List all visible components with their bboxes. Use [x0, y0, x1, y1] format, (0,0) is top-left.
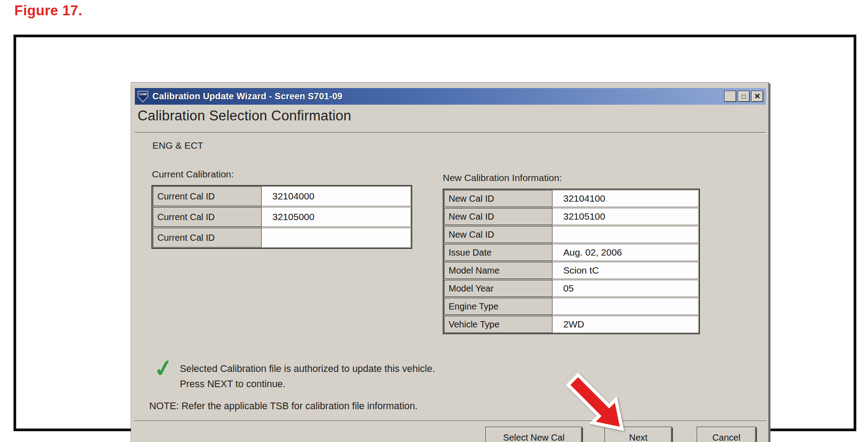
- authorization-line2: Press NEXT to continue.: [180, 376, 435, 392]
- row-label: Vehicle Type: [444, 316, 552, 333]
- table-row: Current Cal ID: [153, 228, 411, 248]
- table-row: Current Cal ID 32104000: [153, 186, 411, 206]
- cancel-button[interactable]: Cancel: [697, 427, 756, 442]
- figure-border: CUW Calibration Update Wizard - Screen S…: [13, 35, 856, 431]
- calibration-update-wizard-window: CUW Calibration Update Wizard - Screen S…: [131, 82, 769, 442]
- system-label: ENG & ECT: [152, 140, 203, 151]
- check-icon: ✓: [152, 355, 175, 381]
- row-value: [552, 298, 699, 315]
- maximize-button[interactable]: □: [738, 91, 750, 102]
- close-button[interactable]: ✕: [751, 91, 763, 102]
- footer-divider: [134, 420, 767, 422]
- authorization-message: Selected Calibration file is authorized …: [180, 361, 435, 392]
- new-calibration-label: New Calibration Information:: [443, 172, 562, 183]
- heading-divider: [135, 132, 766, 133]
- table-row: Engine Type: [444, 298, 699, 315]
- table-row: New Cal ID 32104100: [444, 190, 699, 207]
- table-row: Issue Date Aug. 02, 2006: [444, 244, 699, 261]
- row-label: Engine Type: [444, 298, 552, 315]
- row-value: 32105100: [552, 208, 699, 225]
- window-controls: _ □ ✕: [724, 91, 763, 102]
- table-row: New Cal ID 32105100: [444, 208, 699, 225]
- row-value: 2WD: [552, 316, 699, 333]
- row-label: Model Year: [444, 280, 552, 297]
- row-value: 05: [552, 280, 699, 297]
- table-row: Model Name Scion tC: [444, 262, 699, 279]
- table-row: Current Cal ID 32105000: [153, 207, 411, 227]
- row-label: New Cal ID: [444, 208, 552, 225]
- row-value: 32104100: [552, 190, 699, 207]
- authorization-line1: Selected Calibration file is authorized …: [180, 361, 435, 376]
- row-label: Issue Date: [444, 244, 552, 261]
- page-title: Calibration Selection Confirmation: [138, 108, 351, 124]
- row-label: Current Cal ID: [153, 186, 262, 206]
- figure-caption: Figure 17.: [14, 3, 82, 19]
- row-value: Scion tC: [552, 262, 699, 279]
- table-row: Vehicle Type 2WD: [444, 316, 699, 333]
- table-row: New Cal ID: [444, 226, 699, 243]
- row-value: 32104000: [262, 186, 411, 206]
- row-label: New Cal ID: [444, 190, 552, 207]
- window-title: Calibration Update Wizard - Screen S701-…: [152, 91, 724, 102]
- note-text: NOTE: Refer the applicable TSB for calib…: [149, 401, 418, 412]
- row-value: 32105000: [262, 207, 411, 227]
- row-value: Aug. 02, 2006: [552, 244, 699, 261]
- new-calibration-table: New Cal ID 32104100 New Cal ID 32105100 …: [443, 189, 700, 334]
- row-label: Model Name: [444, 262, 552, 279]
- row-value: [552, 226, 699, 243]
- svg-text:CUW: CUW: [139, 93, 147, 96]
- callout-arrow-icon: [566, 372, 628, 435]
- cuw-shield-icon: CUW: [137, 90, 149, 103]
- row-label: Current Cal ID: [153, 228, 262, 248]
- window-titlebar[interactable]: CUW Calibration Update Wizard - Screen S…: [135, 88, 766, 105]
- table-row: Model Year 05: [444, 280, 699, 297]
- minimize-button[interactable]: _: [724, 91, 736, 102]
- current-calibration-label: Current Calibration:: [152, 169, 234, 180]
- current-calibration-table: Current Cal ID 32104000 Current Cal ID 3…: [151, 185, 412, 249]
- row-label: Current Cal ID: [153, 207, 262, 227]
- row-value: [262, 228, 411, 248]
- row-label: New Cal ID: [444, 226, 552, 243]
